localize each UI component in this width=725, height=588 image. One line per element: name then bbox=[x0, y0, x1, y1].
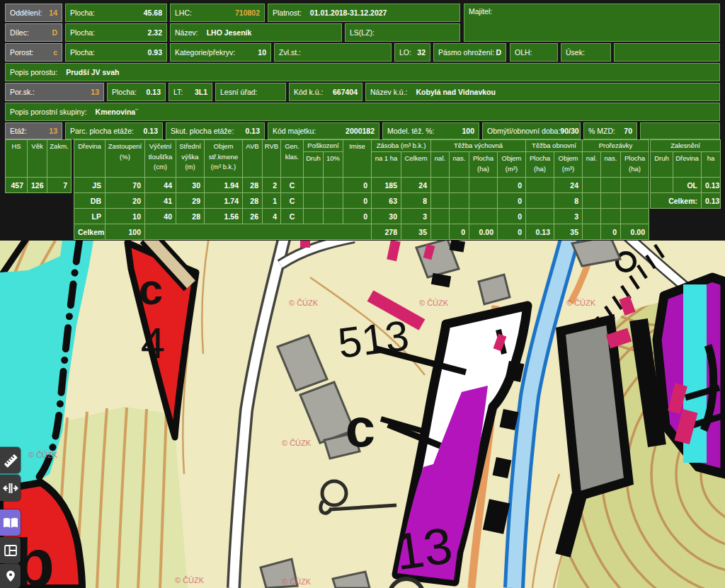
group-header-zasoba: Zásoba (m³ b.k.) bbox=[372, 140, 431, 152]
field-plocha-porost: Plocha:0.93 bbox=[65, 43, 167, 62]
field-nazev-ku: Název k.ú.:Kobylá nad Vidnavkou bbox=[365, 83, 720, 101]
table-cell bbox=[651, 178, 673, 193]
col-header-zakm: Zakm. bbox=[47, 140, 72, 178]
col-header-druh: Druh bbox=[304, 152, 324, 178]
table-cell-sum-label: Celkem: bbox=[74, 224, 105, 240]
table-cell bbox=[583, 209, 601, 224]
group-header-zalesneni: Zalesnění bbox=[651, 140, 721, 152]
col-header-plocha-ha: Plocha (ha) bbox=[526, 152, 554, 178]
table-cell: 44 bbox=[145, 178, 176, 193]
table-cell: 30 bbox=[176, 178, 205, 193]
table-cell bbox=[324, 209, 343, 224]
table-cell bbox=[304, 193, 324, 209]
group-header-poskozeni: Poškození bbox=[304, 140, 343, 152]
measure-tool-button[interactable] bbox=[0, 447, 21, 473]
table-cell bbox=[469, 193, 498, 209]
table-cell: 35 bbox=[554, 224, 583, 240]
table-cell bbox=[304, 178, 324, 193]
svg-text:© ČÚZK: © ČÚZK bbox=[282, 577, 312, 586]
group-header-tezba-obnovni: Těžba obnovní bbox=[526, 140, 583, 152]
field-nazev: Název:LHO Jeseník bbox=[170, 23, 342, 42]
layout-panels-button[interactable] bbox=[0, 537, 21, 563]
forest-info-panel: Oddělení:14 Plocha:45.68 LHC:710802 Plat… bbox=[0, 0, 725, 241]
table-cell: 0 bbox=[343, 209, 372, 224]
group-header-prorezavky: Prořezávky bbox=[583, 140, 649, 152]
table-cell: 30 bbox=[372, 209, 401, 224]
table-cell: C bbox=[281, 178, 304, 193]
table-cell bbox=[431, 224, 450, 240]
field-lhc: LHC:710802 bbox=[170, 4, 265, 22]
field-mzd: % MZD:70 bbox=[583, 122, 637, 139]
table-cell: JS bbox=[74, 178, 105, 193]
table-cell: 20 bbox=[105, 193, 145, 209]
col-header-vycetni: Výčetní tloušťka (cm) bbox=[145, 140, 176, 178]
ruler-icon bbox=[2, 452, 19, 469]
field-usek: Úsek: bbox=[561, 43, 611, 62]
stand-label-4: 4 bbox=[141, 318, 165, 367]
col-header-nas: nas. bbox=[601, 152, 621, 178]
table-cell: 185 bbox=[372, 178, 401, 193]
field-majitel: Majitel: bbox=[464, 4, 720, 42]
table-cell: 1.74 bbox=[205, 193, 243, 209]
table-cell: DB bbox=[74, 193, 105, 209]
table-cell: 28 bbox=[243, 178, 263, 193]
field-lt: LT:3L1 bbox=[169, 83, 212, 101]
col-header-plocha-ha: Plocha (ha) bbox=[469, 152, 498, 178]
table-cell bbox=[304, 209, 324, 224]
col-header-nal: nal. bbox=[431, 152, 450, 178]
table-cell: 4 bbox=[263, 209, 281, 224]
table-cell: C bbox=[281, 193, 304, 209]
field-porsk: Por.sk.:13 bbox=[5, 83, 104, 101]
table-cell: 457 bbox=[6, 178, 28, 193]
table-cell bbox=[526, 178, 554, 193]
col-header-10pct: 10% bbox=[324, 152, 343, 178]
table-cell: 24 bbox=[401, 178, 431, 193]
table-cell: 29 bbox=[176, 193, 205, 209]
table-row-js: JS70 4430 1.9428 2C 0185 24 0 24 bbox=[74, 178, 649, 193]
layer-swipe-button[interactable] bbox=[0, 475, 21, 501]
table-cell bbox=[469, 209, 498, 224]
field-kod-majetku: Kód majetku:2000182 bbox=[268, 122, 379, 139]
table-cell: 0.13 bbox=[702, 178, 721, 193]
parcel-label-513: 513 bbox=[336, 311, 412, 367]
zalesneni-table: Zalesnění Druh Dřevina ha OL 0.13 Celkem… bbox=[650, 139, 721, 209]
table-cell: 28 bbox=[176, 209, 205, 224]
table-cell bbox=[526, 209, 554, 224]
field-empty-r3 bbox=[614, 43, 720, 62]
field-model-tez: Model. těž. %:100 bbox=[382, 122, 479, 139]
hs-table: HS Věk Zakm. 457 126 7 bbox=[5, 139, 72, 193]
table-cell bbox=[431, 178, 450, 193]
table-cell: 1 bbox=[263, 193, 281, 209]
table-cell: 41 bbox=[145, 193, 176, 209]
field-lslz: LS(LZ): bbox=[345, 23, 460, 42]
svg-text:© ČÚZK: © ČÚZK bbox=[419, 299, 449, 307]
table-cell bbox=[450, 193, 469, 209]
table-cell bbox=[450, 178, 469, 193]
locate-button[interactable] bbox=[0, 564, 21, 588]
table-row-lp: LP10 4028 1.5626 4C 030 3 0 3 bbox=[74, 209, 649, 224]
table-cell: 278 bbox=[372, 224, 401, 240]
table-cell bbox=[324, 193, 343, 209]
table-cell: 10 bbox=[105, 209, 145, 224]
legend-book-button[interactable] bbox=[0, 509, 21, 536]
field-plocha-oddeleni: Plocha:45.68 bbox=[65, 4, 167, 22]
table-cell bbox=[450, 209, 469, 224]
table-cell: 8 bbox=[554, 193, 583, 209]
table-cell bbox=[601, 209, 621, 224]
table-cell bbox=[601, 178, 621, 193]
table-cell: 63 bbox=[372, 193, 401, 209]
field-popis-porostni-skupiny: Popis porostní skupiny:Kmenovina¨ bbox=[5, 103, 720, 121]
field-oddeleni: Oddělení:14 bbox=[5, 4, 62, 22]
col-header-ha: ha bbox=[702, 152, 721, 178]
table-cell: 28 bbox=[243, 193, 263, 209]
field-skut-plocha: Skut. plocha etáže:0.13 bbox=[166, 122, 265, 139]
table-cell bbox=[526, 193, 554, 209]
field-olh: OLH: bbox=[510, 43, 558, 62]
svg-text:© ČÚZK: © ČÚZK bbox=[28, 451, 58, 459]
map-viewport[interactable]: c 4 b bbox=[0, 241, 725, 588]
map-canvas[interactable]: c 4 b bbox=[0, 241, 725, 588]
col-header-objem: Objem stř.kmene (m³ b.k.) bbox=[205, 140, 243, 178]
table-cell bbox=[621, 178, 649, 193]
col-header-objem-m3: Objem (m³) bbox=[554, 152, 583, 178]
field-platnost: Platnost:01.01.2018-31.12.2027 bbox=[268, 4, 460, 22]
